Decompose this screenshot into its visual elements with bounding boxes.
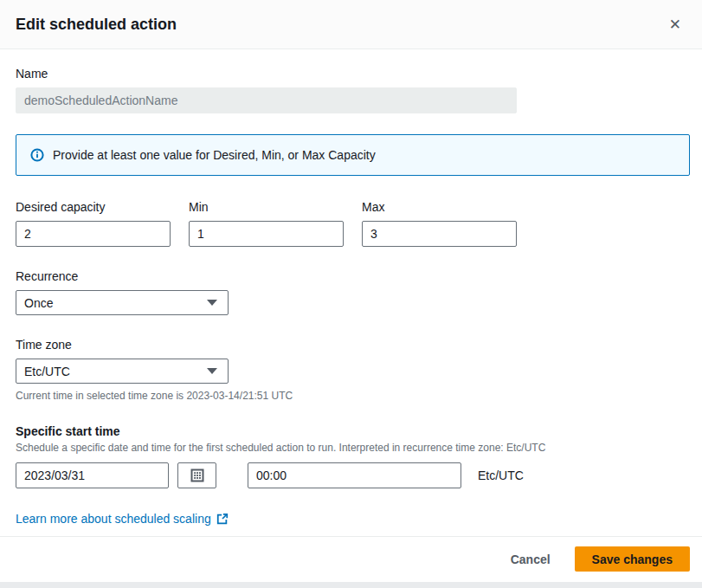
timezone-select[interactable]: Etc/UTC: [16, 359, 229, 384]
desired-capacity-group: Desired capacity: [16, 200, 171, 247]
info-circle-icon: [30, 148, 44, 162]
recurrence-group: Recurrence Once: [16, 269, 690, 315]
name-field-group: Name: [16, 67, 517, 113]
name-input: [16, 87, 517, 113]
chevron-down-icon: [207, 300, 217, 306]
cancel-button[interactable]: Cancel: [493, 548, 568, 571]
alert-message: Provide at least one value for Desired, …: [53, 148, 376, 162]
max-input[interactable]: [362, 221, 517, 247]
recurrence-select[interactable]: Once: [16, 290, 229, 315]
start-time-input[interactable]: [248, 462, 461, 488]
start-time-row: Etc/UTC: [16, 462, 690, 488]
start-time-group: Specific start time Schedule a specific …: [16, 424, 690, 488]
modal-footer: Cancel Save changes: [0, 536, 702, 582]
start-date-input[interactable]: [16, 462, 169, 488]
timezone-label: Time zone: [16, 338, 690, 352]
current-time-helper: Current time in selected time zone is 20…: [16, 390, 690, 402]
start-time-description: Schedule a specific date and time for th…: [16, 442, 690, 454]
recurrence-selected-value: Once: [24, 296, 53, 310]
modal-title: Edit scheduled action: [16, 16, 177, 34]
capacity-row: Desired capacity Min Max: [16, 200, 690, 247]
timezone-selected-value: Etc/UTC: [24, 365, 70, 378]
recurrence-label: Recurrence: [16, 269, 690, 283]
modal-body: Name Provide at least one value for Desi…: [0, 49, 702, 536]
max-capacity-group: Max: [362, 200, 517, 247]
min-input[interactable]: [189, 221, 344, 247]
name-label: Name: [16, 67, 517, 81]
learn-more-label: Learn more about scheduled scaling: [16, 512, 211, 526]
desired-capacity-label: Desired capacity: [16, 200, 171, 214]
max-label: Max: [362, 200, 517, 214]
chevron-down-icon: [207, 368, 217, 374]
external-link-icon: [216, 513, 229, 525]
close-icon[interactable]: ✕: [666, 14, 685, 36]
timezone-group: Time zone Etc/UTC Current time in select…: [16, 338, 690, 402]
desired-capacity-input[interactable]: [16, 221, 171, 247]
timezone-suffix: Etc/UTC: [478, 468, 524, 482]
info-alert: Provide at least one value for Desired, …: [16, 134, 690, 176]
edit-scheduled-action-modal: Edit scheduled action ✕ Name Provide at …: [0, 0, 702, 582]
modal-header: Edit scheduled action ✕: [0, 0, 702, 49]
calendar-icon: [190, 468, 204, 482]
calendar-picker-button[interactable]: [177, 462, 216, 488]
link-row: Learn more about scheduled scaling: [16, 511, 690, 527]
start-time-label: Specific start time: [16, 424, 690, 438]
learn-more-link[interactable]: Learn more about scheduled scaling: [16, 512, 229, 526]
min-capacity-group: Min: [189, 200, 344, 247]
save-changes-button[interactable]: Save changes: [575, 546, 690, 572]
min-label: Min: [189, 200, 344, 214]
